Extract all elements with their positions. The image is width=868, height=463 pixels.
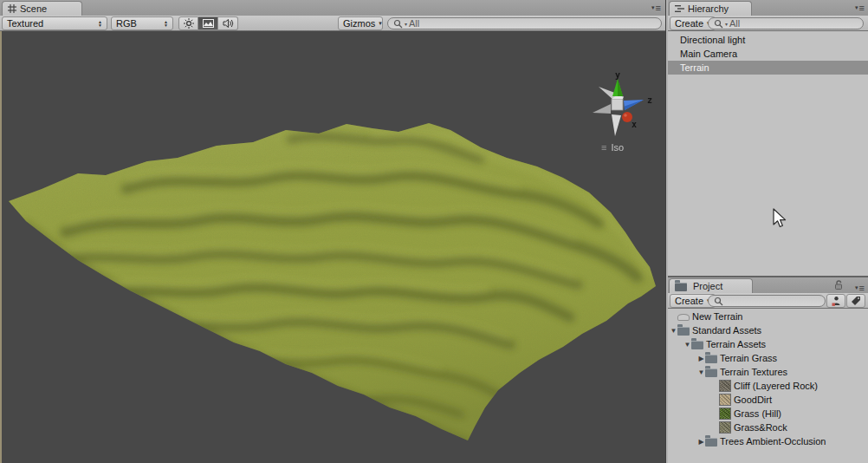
- item-label: Terrain Grass: [720, 353, 777, 363]
- chevron-down-icon: ▾: [379, 20, 382, 27]
- item-label: Terrain Textures: [720, 367, 787, 377]
- tree-item-gooddirt[interactable]: GoodDirt: [668, 393, 868, 407]
- search-by-type-button[interactable]: [826, 294, 845, 308]
- texture-thumb-dirt: [719, 394, 731, 406]
- draw-mode-dropdown[interactable]: Textured ▲▼: [2, 16, 107, 30]
- lock-icon[interactable]: [834, 280, 844, 290]
- disclosure-triangle[interactable]: [670, 327, 677, 335]
- viewport-edge-line: [0, 31, 2, 463]
- sun-icon: [184, 18, 194, 29]
- item-label: Main Camera: [680, 49, 737, 59]
- item-label: Grass&Rock: [734, 422, 787, 433]
- axis-z-label: z: [647, 95, 652, 105]
- projection-toggle[interactable]: ≡ Iso: [601, 142, 624, 153]
- hierarchy-item-directional-light[interactable]: Directional light: [668, 33, 868, 47]
- item-label: Terrain: [680, 62, 709, 73]
- chevron-down-icon: ▾: [855, 284, 858, 291]
- tree-item-terrain-grass[interactable]: Terrain Grass: [668, 351, 868, 365]
- disclosure-triangle[interactable]: [697, 368, 705, 376]
- texture-thumb-grass: [719, 408, 731, 420]
- hierarchy-panel-menu[interactable]: ▾≡: [855, 3, 864, 13]
- hierarchy-toolbar: Create ▾ ▾ All: [668, 16, 868, 31]
- scene-tabstrip: Scene ▾≡: [0, 0, 665, 16]
- tree-item-standard-assets[interactable]: Standard Assets: [668, 323, 868, 337]
- project-tab-label: Project: [693, 281, 722, 291]
- item-label: Directional light: [680, 35, 745, 45]
- search-filter-caret-icon: ▾: [725, 21, 728, 27]
- tree-item-terrain-textures[interactable]: Terrain Textures: [668, 365, 868, 379]
- color-mode-dropdown[interactable]: RGB ▲▼: [111, 16, 173, 30]
- search-icon: [714, 19, 723, 29]
- scene-panel-menu[interactable]: ▾≡: [651, 3, 660, 13]
- project-search-input[interactable]: [708, 295, 826, 307]
- hierarchy-list-icon: [675, 4, 684, 13]
- folder-icon: [691, 340, 703, 349]
- projection-label: Iso: [611, 142, 624, 153]
- tree-item-terrain-assets[interactable]: Terrain Assets: [668, 337, 868, 351]
- gizmos-label: Gizmos: [343, 18, 375, 29]
- item-label: New Terrain: [692, 311, 743, 322]
- search-filter-caret-icon: ▾: [405, 21, 407, 27]
- person-icon: [831, 296, 841, 306]
- project-panel-menu[interactable]: ▾≡: [855, 283, 864, 293]
- orientation-gizmo[interactable]: y z x: [588, 73, 654, 140]
- folder-icon: [677, 326, 690, 336]
- scene-tab-label: Scene: [20, 3, 47, 14]
- mouse-cursor: [772, 208, 787, 229]
- tab-scene[interactable]: Scene: [2, 1, 82, 16]
- unity-editor-window: Scene ▾≡ Textured ▲▼ RGB ▲▼: [0, 0, 868, 463]
- item-label: Terrain Assets: [706, 339, 766, 349]
- terrain-mesh[interactable]: [0, 31, 665, 463]
- audio-toggle-button[interactable]: [218, 16, 238, 30]
- disclosure-triangle[interactable]: [683, 341, 691, 349]
- scene-toolbar: Textured ▲▼ RGB ▲▼: [0, 16, 665, 31]
- folder-icon: [705, 368, 717, 377]
- hierarchy-content: Directional light Main Camera Terrain: [668, 31, 868, 276]
- iso-bars-icon: ≡: [601, 142, 606, 153]
- speaker-icon: [223, 18, 234, 29]
- item-label: GoodDirt: [734, 395, 772, 405]
- image-icon: [203, 19, 214, 28]
- project-toolbar: Create ▾: [668, 293, 868, 309]
- project-tree: New Terrain Standard Assets Terrain Asse…: [668, 309, 868, 463]
- scene-search-input[interactable]: ▾ All: [387, 17, 662, 29]
- menu-icon: ≡: [656, 3, 660, 13]
- search-by-label-button[interactable]: [846, 294, 865, 308]
- hierarchy-search-input[interactable]: ▾ All: [708, 17, 864, 29]
- tree-item-grass-hill[interactable]: Grass (Hill): [668, 407, 868, 421]
- search-icon: [393, 19, 403, 29]
- hierarchy-search-value: All: [729, 18, 740, 29]
- scene-search-value: All: [409, 18, 419, 29]
- tag-icon: [851, 296, 861, 306]
- disclosure-triangle[interactable]: [697, 438, 705, 446]
- gizmos-dropdown[interactable]: Gizmos ▾: [338, 16, 383, 30]
- terrain-asset-icon: [677, 312, 690, 321]
- tree-item-trees-ambient-occlusion[interactable]: Trees Ambient-Occlusion: [668, 434, 868, 448]
- tree-item-grass-rock[interactable]: Grass&Rock: [668, 421, 868, 434]
- updown-arrows-icon: ▲▼: [98, 20, 102, 27]
- hierarchy-tab-label: Hierarchy: [688, 3, 729, 14]
- folder-icon: [705, 354, 717, 363]
- chevron-down-icon: ▾: [651, 4, 655, 11]
- lighting-toggle-button[interactable]: [178, 16, 198, 30]
- item-label: Grass (Hill): [734, 408, 781, 419]
- search-icon: [714, 297, 723, 306]
- menu-icon: ≡: [859, 3, 864, 13]
- hierarchy-item-main-camera[interactable]: Main Camera: [668, 47, 868, 61]
- tab-hierarchy[interactable]: Hierarchy: [669, 1, 752, 16]
- scene-viewport[interactable]: y z x ≡ Iso: [0, 31, 665, 463]
- scene-grid-icon: [8, 4, 16, 13]
- overlay-toggle-button[interactable]: [198, 16, 218, 30]
- tree-item-cliff-layered-rock[interactable]: Cliff (Layered Rock): [668, 379, 868, 393]
- folder-icon: [705, 437, 717, 447]
- disclosure-triangle[interactable]: [697, 355, 705, 362]
- tree-item-new-terrain[interactable]: New Terrain: [668, 310, 868, 323]
- hierarchy-tabstrip: Hierarchy ▾≡: [668, 0, 868, 16]
- item-label: Cliff (Layered Rock): [734, 381, 818, 391]
- scene-toggle-group: [178, 16, 238, 30]
- tab-project[interactable]: Project: [669, 278, 753, 293]
- project-folder-icon: [675, 282, 687, 291]
- item-label: Standard Assets: [692, 325, 761, 336]
- hierarchy-item-terrain[interactable]: Terrain: [668, 61, 868, 75]
- create-label: Create: [675, 296, 703, 306]
